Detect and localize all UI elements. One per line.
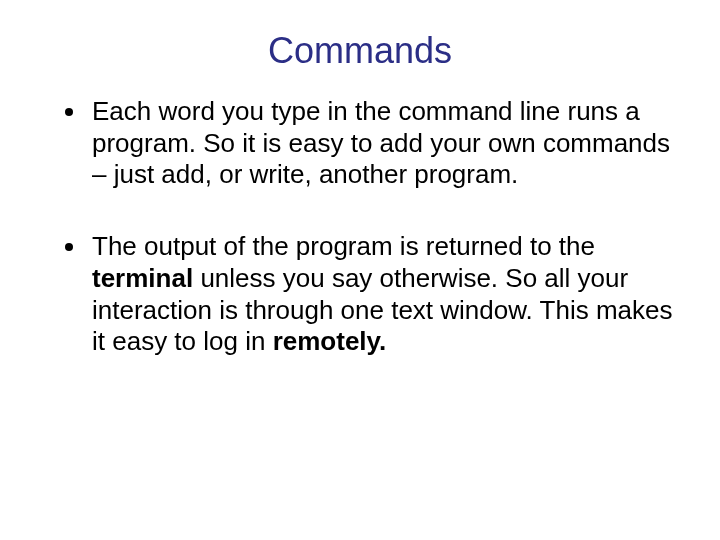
- bullet-item: The output of the program is returned to…: [88, 231, 680, 358]
- slide-title: Commands: [40, 30, 680, 72]
- text-segment: Each word you type in the command line r…: [92, 96, 670, 189]
- text-segment: The output of the program is returned to…: [92, 231, 595, 261]
- bullet-list: Each word you type in the command line r…: [40, 96, 680, 358]
- text-segment: terminal: [92, 263, 193, 293]
- slide: Commands Each word you type in the comma…: [0, 0, 720, 540]
- text-segment: remotely.: [273, 326, 387, 356]
- bullet-item: Each word you type in the command line r…: [88, 96, 680, 191]
